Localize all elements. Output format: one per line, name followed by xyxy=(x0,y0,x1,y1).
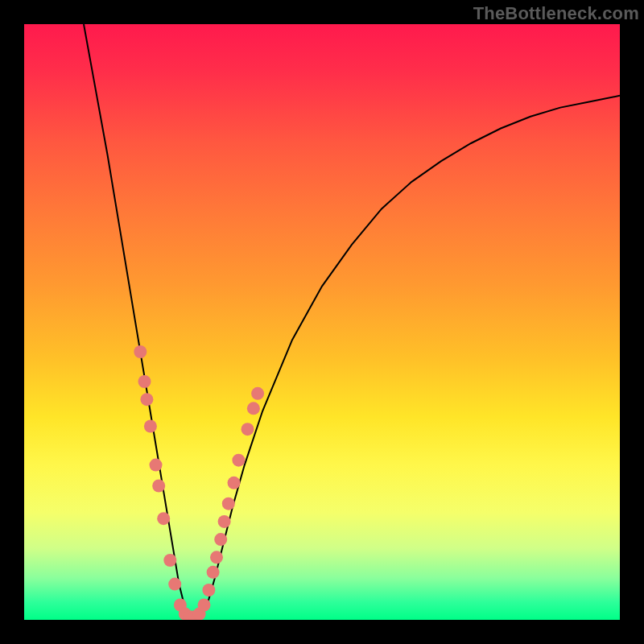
bottleneck-curve xyxy=(84,24,620,620)
data-marker xyxy=(242,423,254,436)
data-marker xyxy=(210,551,223,564)
data-marker xyxy=(251,387,264,400)
data-marker xyxy=(150,459,163,472)
data-marker xyxy=(138,375,151,388)
chart-overlay xyxy=(24,24,620,620)
data-marker xyxy=(152,480,165,493)
data-marker xyxy=(157,512,170,525)
data-marker xyxy=(247,402,260,415)
data-marker xyxy=(207,566,220,579)
data-marker xyxy=(144,420,157,433)
data-marker xyxy=(202,584,215,597)
data-marker xyxy=(228,477,241,489)
data-marker xyxy=(232,454,245,467)
data-marker xyxy=(134,345,147,358)
data-marker xyxy=(163,554,176,567)
markers-group xyxy=(134,345,264,620)
data-marker xyxy=(168,578,181,591)
watermark-text: TheBottleneck.com xyxy=(473,3,639,24)
data-marker xyxy=(214,533,227,546)
data-marker xyxy=(218,515,231,528)
data-marker xyxy=(198,599,211,612)
chart-frame: TheBottleneck.com xyxy=(0,0,644,644)
data-marker xyxy=(140,393,153,406)
plot-area xyxy=(24,24,620,620)
data-marker xyxy=(222,497,235,510)
